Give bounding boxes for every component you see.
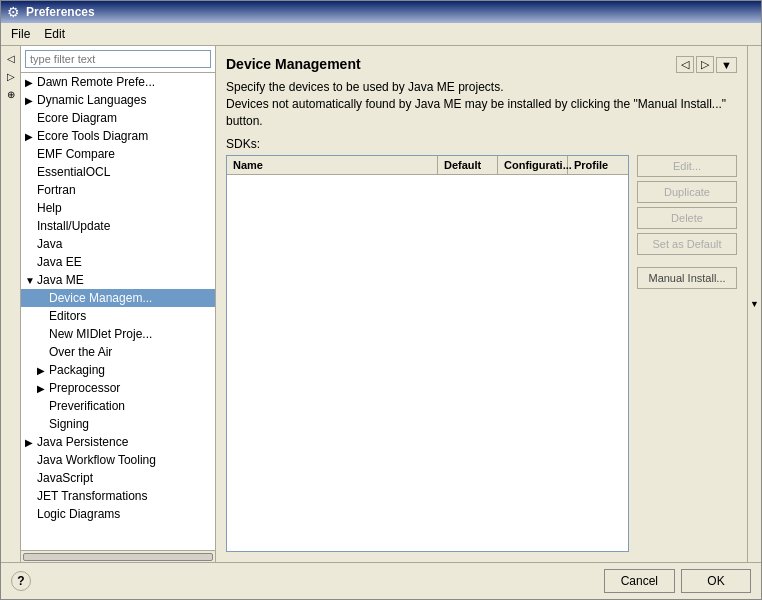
duplicate-button[interactable]: Duplicate [637, 181, 737, 203]
tree-item-emf-compare[interactable]: EMF Compare [21, 145, 215, 163]
tree-item-java-workflow[interactable]: Java Workflow Tooling [21, 451, 215, 469]
menu-edit[interactable]: Edit [38, 25, 71, 43]
label-dynamic: Dynamic Languages [37, 93, 211, 107]
menu-bar: File Edit [1, 23, 761, 46]
title-bar: ⚙ Preferences [1, 1, 761, 23]
tree-item-device-management[interactable]: Device Managem... [21, 289, 215, 307]
nav-dropdown-button[interactable]: ▼ [716, 57, 737, 73]
arrow-device [37, 293, 49, 304]
arrow-emf [25, 149, 37, 160]
scroll-track [23, 553, 213, 561]
tree-item-editors[interactable]: Editors [21, 307, 215, 325]
manual-install-button[interactable]: Manual Install... [637, 267, 737, 289]
arrow-java-me: ▼ [25, 275, 37, 286]
arrow-preprocessor: ▶ [37, 383, 49, 394]
label-preverification: Preverification [49, 399, 211, 413]
footer: ? Cancel OK [1, 562, 761, 599]
tree-item-ecore-tools[interactable]: ▶ Ecore Tools Diagram [21, 127, 215, 145]
arrow-javascript [25, 473, 37, 484]
arrow-over-air [37, 347, 49, 358]
filter-box [21, 46, 215, 73]
sdk-label: SDKs: [226, 137, 737, 151]
tree-item-signing[interactable]: Signing [21, 415, 215, 433]
tree-item-over-air[interactable]: Over the Air [21, 343, 215, 361]
tree-item-ecore-diagram[interactable]: Ecore Diagram [21, 109, 215, 127]
tree-item-java[interactable]: Java [21, 235, 215, 253]
sidebar: ▶ Dawn Remote Prefe... ▶ Dynamic Languag… [21, 46, 216, 562]
tree-item-new-midlet[interactable]: New MIDlet Proje... [21, 325, 215, 343]
tree-item-java-me[interactable]: ▼ Java ME [21, 271, 215, 289]
arrow-dynamic: ▶ [25, 95, 37, 106]
label-ecore-tools: Ecore Tools Diagram [37, 129, 211, 143]
ok-button[interactable]: OK [681, 569, 751, 593]
nav-forward-button[interactable]: ▷ [696, 56, 714, 73]
arrow-jet [25, 491, 37, 502]
arrow-workflow [25, 455, 37, 466]
label-java-ee: Java EE [37, 255, 211, 269]
arrow-java-ee [25, 257, 37, 268]
label-device: Device Managem... [49, 291, 211, 305]
sdk-table: Name Default Configurati... Profile [226, 155, 629, 552]
tree-item-preprocessor[interactable]: ▶ Preprocessor [21, 379, 215, 397]
edit-button[interactable]: Edit... [637, 155, 737, 177]
tree-item-packaging[interactable]: ▶ Packaging [21, 361, 215, 379]
tree-item-help[interactable]: Help [21, 199, 215, 217]
label-persistence: Java Persistence [37, 435, 211, 449]
horizontal-scrollbar[interactable] [21, 550, 215, 562]
tree-item-java-ee[interactable]: Java EE [21, 253, 215, 271]
nav-arrows: ◁ ▷ ▼ [676, 56, 737, 73]
menu-file[interactable]: File [5, 25, 36, 43]
eclipse-icon-3[interactable]: ⊕ [3, 86, 19, 102]
label-preprocessor: Preprocessor [49, 381, 211, 395]
arrow-midlet [37, 329, 49, 340]
tree-item-logic[interactable]: Logic Diagrams [21, 505, 215, 523]
tree-item-preverification[interactable]: Preverification [21, 397, 215, 415]
arrow-dawn-remote: ▶ [25, 77, 37, 88]
label-install: Install/Update [37, 219, 211, 233]
col-header-profile: Profile [568, 156, 628, 174]
arrow-help [25, 203, 37, 214]
arrow-logic [25, 509, 37, 520]
sdk-table-body[interactable] [227, 175, 628, 551]
delete-button[interactable]: Delete [637, 207, 737, 229]
help-button[interactable]: ? [11, 571, 31, 591]
arrow-fortran [25, 185, 37, 196]
tree-item-dynamic-languages[interactable]: ▶ Dynamic Languages [21, 91, 215, 109]
right-strip-arrow: ▼ [750, 299, 759, 309]
nav-back-button[interactable]: ◁ [676, 56, 694, 73]
label-editors: Editors [49, 309, 211, 323]
label-help: Help [37, 201, 211, 215]
tree-item-install[interactable]: Install/Update [21, 217, 215, 235]
filter-input[interactable] [25, 50, 211, 68]
label-midlet: New MIDlet Proje... [49, 327, 211, 341]
tree-item-dawn-remote[interactable]: ▶ Dawn Remote Prefe... [21, 73, 215, 91]
label-jet: JET Transformations [37, 489, 211, 503]
col-header-name: Name [227, 156, 438, 174]
eclipse-icon-2[interactable]: ▷ [3, 68, 19, 84]
arrow-java [25, 239, 37, 250]
sdk-area: Name Default Configurati... Profile Edit… [226, 155, 737, 552]
label-packaging: Packaging [49, 363, 211, 377]
set-default-button[interactable]: Set as Default [637, 233, 737, 255]
label-ocl: EssentialOCL [37, 165, 211, 179]
sdk-action-buttons: Edit... Duplicate Delete Set as Default … [637, 155, 737, 552]
label-signing: Signing [49, 417, 211, 431]
arrow-ocl [25, 167, 37, 178]
col-header-config: Configurati... [498, 156, 568, 174]
label-emf: EMF Compare [37, 147, 211, 161]
label-javascript: JavaScript [37, 471, 211, 485]
tree-item-jet[interactable]: JET Transformations [21, 487, 215, 505]
arrow-ecore-tools: ▶ [25, 131, 37, 142]
label-java-me: Java ME [37, 273, 211, 287]
tree-item-java-persistence[interactable]: ▶ Java Persistence [21, 433, 215, 451]
tree-item-fortran[interactable]: Fortran [21, 181, 215, 199]
tree-item-javascript[interactable]: JavaScript [21, 469, 215, 487]
eclipse-icon-1[interactable]: ◁ [3, 50, 19, 66]
col-header-default: Default [438, 156, 498, 174]
description: Specify the devices to be used by Java M… [226, 79, 737, 129]
cancel-button[interactable]: Cancel [604, 569, 675, 593]
panel-title: Device Management [226, 56, 361, 72]
tree-item-essentialocl[interactable]: EssentialOCL [21, 163, 215, 181]
window-icon: ⚙ [7, 4, 20, 20]
label-over-air: Over the Air [49, 345, 211, 359]
